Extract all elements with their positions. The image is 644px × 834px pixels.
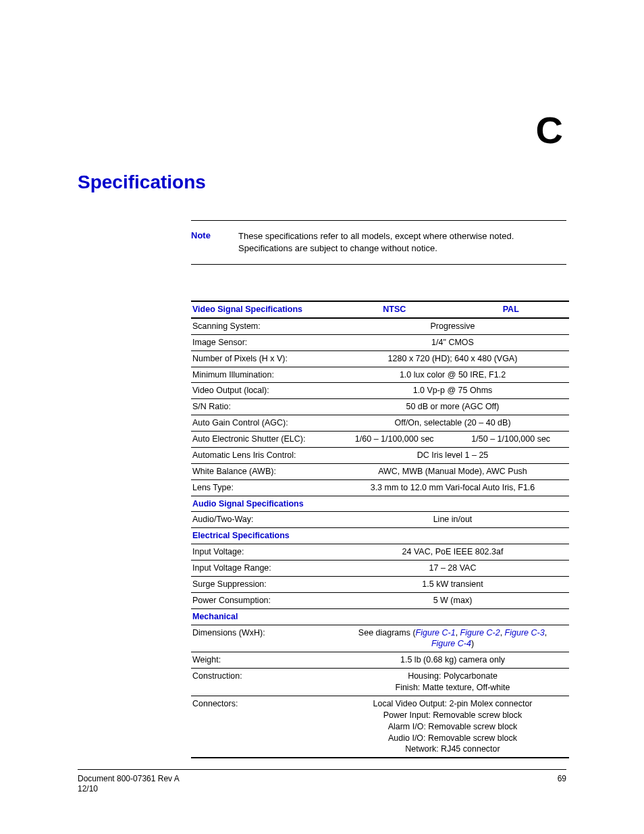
table-row: Surge Suppression: 1.5 kW transient	[191, 576, 569, 592]
footer-left: Document 800-07361 Rev A 12/10	[78, 774, 180, 795]
table-row: White Balance (AWB): AWC, MWB (Manual Mo…	[191, 463, 569, 479]
audio-header: Audio Signal Specifications	[191, 496, 336, 512]
table-header-row: Video Signal Specifications NTSC PAL	[191, 301, 569, 318]
table-row: Scanning System: Progressive	[191, 318, 569, 334]
table-row: Automatic Lens Iris Control: DC Iris lev…	[191, 447, 569, 463]
spec-label: Number of Pixels (H x V):	[191, 350, 336, 367]
table-row: Construction: Housing: Polycarbonate Fin…	[191, 669, 569, 696]
figure-link-c2[interactable]: Figure C-2	[460, 628, 500, 637]
spec-label: Dimensions (WxH):	[191, 625, 336, 652]
sep: ,	[545, 628, 547, 637]
spec-value: Off/On, selectable (20 – 40 dB)	[336, 415, 569, 432]
spec-label: Input Voltage:	[191, 544, 336, 561]
ntsc-header: NTSC	[336, 301, 453, 318]
dim-prefix: See diagrams (	[358, 628, 416, 637]
spec-label: Connectors:	[191, 696, 336, 758]
table-row: Input Voltage: 24 VAC, PoE IEEE 802.3af	[191, 544, 569, 561]
table-row: Weight: 1.5 lb (0.68 kg) camera only	[191, 652, 569, 669]
spec-value: 1.5 kW transient	[336, 576, 569, 592]
spec-value: 5 W (max)	[336, 592, 569, 608]
connectors-line1: Local Video Output: 2-pin Molex connecto…	[373, 699, 532, 708]
table-row: Image Sensor: 1/4" CMOS	[191, 334, 569, 350]
footer-page: 69	[558, 774, 566, 795]
table-row: Video Output (local): 1.0 Vp-p @ 75 Ohms	[191, 383, 569, 399]
table-row: Dimensions (WxH): See diagrams (Figure C…	[191, 625, 569, 652]
spec-value: 24 VAC, PoE IEEE 802.3af	[336, 544, 569, 561]
pal-header: PAL	[453, 301, 570, 318]
mechanical-header: Mechanical	[191, 608, 336, 625]
spec-value: 3.3 mm to 12.0 mm Vari-focal Auto Iris, …	[336, 479, 569, 496]
table-row: Audio Signal Specifications	[191, 496, 569, 512]
connectors-line5: Network: RJ45 connector	[405, 744, 500, 754]
connectors-line3: Alarm I/O: Removable screw block	[388, 722, 518, 731]
spec-label: Image Sensor:	[191, 334, 336, 350]
note-label: Note	[191, 230, 238, 240]
note-block: Note These specifications refer to all m…	[191, 220, 566, 265]
spec-value: 1.0 Vp-p @ 75 Ohms	[336, 383, 569, 399]
spec-value: 50 dB or more (AGC Off)	[336, 399, 569, 415]
page-title: Specifications	[78, 172, 206, 193]
spec-label: Lens Type:	[191, 479, 336, 496]
spec-label: Audio/Two-Way:	[191, 512, 336, 528]
spec-value: 1.5 lb (0.68 kg) camera only	[336, 652, 569, 669]
spec-label: White Balance (AWB):	[191, 463, 336, 479]
table-row: Lens Type: 3.3 mm to 12.0 mm Vari-focal …	[191, 479, 569, 496]
electrical-header: Electrical Specifications	[191, 528, 336, 544]
footer-doc: Document 800-07361 Rev A	[78, 774, 180, 783]
table-row: Input Voltage Range: 17 – 28 VAC	[191, 561, 569, 577]
table-row: Minimum Illumination: 1.0 lux color @ 50…	[191, 367, 569, 383]
spec-label: Auto Electronic Shutter (ELC):	[191, 432, 336, 448]
spec-label: Power Consumption:	[191, 592, 336, 608]
spec-label: Input Voltage Range:	[191, 561, 336, 577]
spec-label: Surge Suppression:	[191, 576, 336, 592]
construction-line2: Finish: Matte texture, Off-white	[396, 683, 510, 692]
spec-label: S/N Ratio:	[191, 399, 336, 415]
dim-suffix: )	[471, 639, 474, 648]
spec-value: Progressive	[336, 318, 569, 334]
figure-link-c3[interactable]: Figure C-3	[505, 628, 545, 637]
table-row: Power Consumption: 5 W (max)	[191, 592, 569, 608]
spec-label: Weight:	[191, 652, 336, 669]
table-row: Auto Electronic Shutter (ELC): 1/60 – 1/…	[191, 432, 569, 448]
table-row: Connectors: Local Video Output: 2-pin Mo…	[191, 696, 569, 758]
table-row: Auto Gain Control (AGC): Off/On, selecta…	[191, 415, 569, 432]
footer: Document 800-07361 Rev A 12/10 69	[78, 769, 566, 795]
spec-value: See diagrams (Figure C-1, Figure C-2, Fi…	[336, 625, 569, 652]
table-row: Audio/Two-Way: Line in/out	[191, 512, 569, 528]
spec-value-pal: 1/50 – 1/100,000 sec	[453, 432, 570, 448]
sep: ,	[500, 628, 505, 637]
connectors-line4: Audio I/O: Removable screw block	[388, 733, 517, 743]
figure-link-c4[interactable]: Figure C-4	[431, 639, 471, 648]
spec-value: DC Iris level 1 – 25	[336, 447, 569, 463]
spec-value: 1280 x 720 (HD); 640 x 480 (VGA)	[336, 350, 569, 367]
table-row: Electrical Specifications	[191, 528, 569, 544]
spec-table: Video Signal Specifications NTSC PAL Sca…	[191, 301, 569, 758]
spec-value: AWC, MWB (Manual Mode), AWC Push	[336, 463, 569, 479]
video-header: Video Signal Specifications	[191, 301, 336, 318]
spec-value: 1.0 lux color @ 50 IRE, F1.2	[336, 367, 569, 383]
figure-link-c1[interactable]: Figure C-1	[416, 628, 456, 637]
footer-date: 12/10	[78, 784, 98, 793]
appendix-letter: C	[536, 108, 563, 152]
spec-value: Local Video Output: 2-pin Molex connecto…	[336, 696, 569, 758]
construction-line1: Housing: Polycarbonate	[408, 671, 498, 681]
spec-value-ntsc: 1/60 – 1/100,000 sec	[336, 432, 453, 448]
spec-label: Scanning System:	[191, 318, 336, 334]
spec-label: Video Output (local):	[191, 383, 336, 399]
spec-label: Minimum Illumination:	[191, 367, 336, 383]
connectors-line2: Power Input: Removable screw block	[383, 710, 522, 720]
spec-label: Automatic Lens Iris Control:	[191, 447, 336, 463]
spec-value: 17 – 28 VAC	[336, 561, 569, 577]
spec-label: Construction:	[191, 669, 336, 696]
spec-value: 1/4" CMOS	[336, 334, 569, 350]
spec-label: Auto Gain Control (AGC):	[191, 415, 336, 432]
spec-value: Line in/out	[336, 512, 569, 528]
table-row: Mechanical	[191, 608, 569, 625]
table-row: S/N Ratio: 50 dB or more (AGC Off)	[191, 399, 569, 415]
note-text: These specifications refer to all models…	[238, 230, 566, 255]
spec-value: Housing: Polycarbonate Finish: Matte tex…	[336, 669, 569, 696]
sep: ,	[456, 628, 460, 637]
table-row: Number of Pixels (H x V): 1280 x 720 (HD…	[191, 350, 569, 367]
